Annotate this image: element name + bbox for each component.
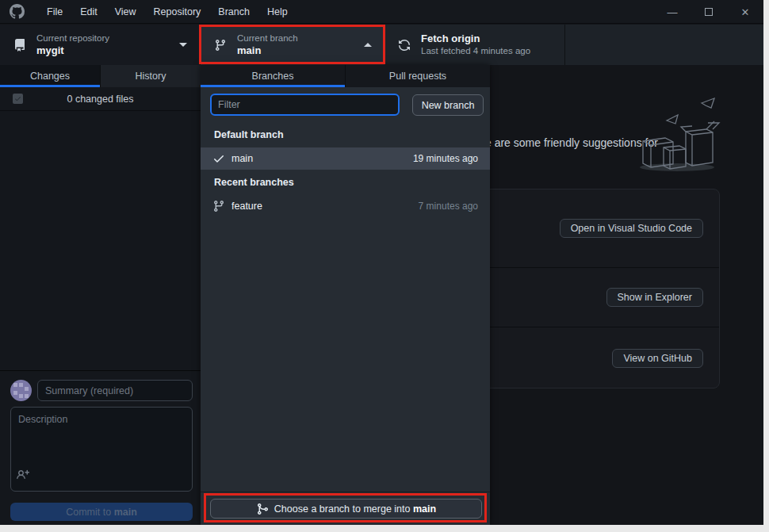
current-branch-value: main: [237, 44, 298, 57]
tab-history[interactable]: History: [101, 65, 201, 87]
open-in-vscode-button[interactable]: Open in Visual Studio Code: [560, 219, 703, 238]
commit-button[interactable]: Commit to main: [10, 503, 193, 521]
branch-filter-input[interactable]: [210, 94, 400, 116]
sidebar-tab-bar: Changes History: [0, 65, 201, 87]
tab-branches[interactable]: Branches: [201, 65, 346, 87]
current-branch-button[interactable]: Current branch main: [201, 25, 384, 65]
branch-row-feature[interactable]: feature 7 minutes ago: [201, 195, 490, 217]
git-branch-icon: [212, 200, 225, 212]
check-icon: [14, 95, 21, 102]
branch-name: feature: [231, 201, 262, 212]
chevron-down-icon: [179, 43, 187, 47]
changed-files-count: 0 changed files: [0, 94, 201, 105]
menu-branch[interactable]: Branch: [209, 1, 258, 23]
menu-repository[interactable]: Repository: [145, 1, 210, 23]
recent-branches-header: Recent branches: [214, 177, 294, 188]
fetch-origin-sublabel: Last fetched 4 minutes ago: [421, 45, 530, 56]
show-in-explorer-button[interactable]: Show in Explorer: [606, 288, 704, 307]
add-coauthor-icon[interactable]: [17, 469, 29, 481]
branch-row-main[interactable]: main 19 minutes ago: [201, 147, 490, 170]
current-repository-label: Current repository: [36, 33, 109, 44]
branch-time: 7 minutes ago: [419, 201, 478, 212]
view-on-github-button[interactable]: View on GitHub: [612, 349, 703, 368]
branch-dropdown: Branches Pull requests New branch Defaul…: [201, 65, 490, 525]
window-controls: — ✕: [654, 0, 763, 24]
new-branch-button[interactable]: New branch: [412, 94, 484, 116]
description-input[interactable]: [10, 407, 193, 492]
summary-input[interactable]: [37, 380, 193, 401]
git-branch-icon: [214, 39, 227, 52]
github-logo-icon: [10, 4, 25, 19]
chevron-up-icon: [364, 43, 372, 47]
tab-pull-requests[interactable]: Pull requests: [346, 65, 490, 87]
sync-icon: [398, 39, 411, 52]
maximize-button[interactable]: [691, 0, 727, 24]
tab-changes[interactable]: Changes: [0, 65, 101, 87]
dropdown-tab-bar: Branches Pull requests: [201, 65, 490, 87]
current-branch-label: Current branch: [237, 33, 298, 44]
branch-time: 19 minutes ago: [413, 153, 478, 164]
branch-name: main: [231, 153, 253, 164]
fetch-origin-button[interactable]: Fetch origin Last fetched 4 minutes ago: [384, 25, 565, 65]
toolbar: Current repository mygit Current branch …: [0, 25, 763, 65]
commit-form: Commit to main: [0, 370, 201, 525]
menu-bar: File Edit View Repository Branch Help: [38, 1, 297, 23]
check-icon: [212, 152, 225, 165]
git-merge-icon: [256, 503, 269, 515]
fetch-origin-label: Fetch origin: [421, 33, 530, 45]
minimize-button[interactable]: —: [654, 0, 691, 24]
menu-file[interactable]: File: [38, 1, 71, 23]
github-desktop-window: File Edit View Repository Branch Help — …: [0, 0, 763, 525]
menu-edit[interactable]: Edit: [71, 1, 106, 23]
boxes-illustration: [626, 95, 733, 174]
changes-sidebar: Changes History 0 changed files: [0, 65, 201, 525]
select-all-checkbox[interactable]: [13, 94, 23, 104]
default-branch-header: Default branch: [214, 129, 284, 140]
current-repository-value: mygit: [36, 44, 109, 57]
repo-icon: [13, 39, 26, 52]
current-repository-button[interactable]: Current repository mygit: [0, 25, 201, 65]
close-button[interactable]: ✕: [727, 0, 763, 24]
menu-view[interactable]: View: [106, 1, 145, 23]
changed-files-header: 0 changed files: [0, 87, 201, 111]
dropdown-footer: Choose a branch to merge into main: [201, 492, 490, 525]
avatar: [10, 380, 32, 401]
title-bar: File Edit View Repository Branch Help — …: [0, 0, 763, 24]
menu-help[interactable]: Help: [258, 1, 297, 23]
maximize-icon: [705, 8, 713, 16]
merge-branch-button[interactable]: Choose a branch to merge into main: [210, 499, 482, 519]
